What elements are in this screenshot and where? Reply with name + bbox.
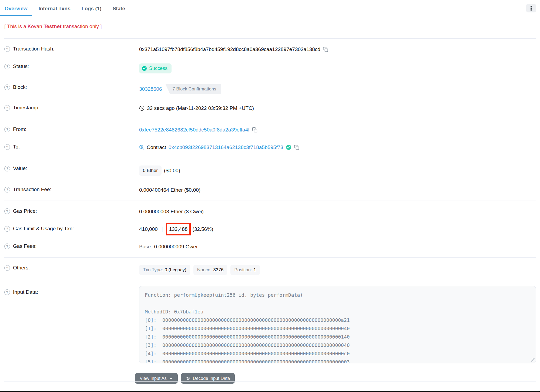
others-label: Others: — [13, 265, 30, 271]
gas-fees-base-label: Base: — [139, 244, 152, 250]
row-gas-fees: ? Gas Fees: Base: 0.000000009 Gwei — [0, 238, 540, 255]
gas-limit-usage-label: Gas Limit & Usage by Txn: — [13, 226, 74, 232]
block-label: Block: — [13, 84, 27, 90]
gas-used-value: 133,488 — [169, 226, 188, 232]
transaction-fee-value: 0.000400464 Ether ($0.00) — [139, 187, 200, 193]
section-gas: ? Gas Price: 0.000000003 Ether (3 Gwei) … — [0, 201, 540, 257]
value-label: Value: — [13, 165, 27, 171]
gas-fees-label: Gas Fees: — [13, 243, 37, 249]
row-block: ? Block: 30328606 7 Block Confirmations — [0, 79, 540, 99]
gas-price-label: Gas Price: — [13, 208, 37, 214]
txn-type-badge: Txn Type:0 (Legacy) — [139, 265, 190, 275]
row-transaction-fee: ? Transaction Fee: 0.000400464 Ether ($0… — [0, 181, 540, 199]
tab-bar: Overview Internal Txns Logs (1) State — [0, 0, 540, 16]
tab-logs[interactable]: Logs (1) — [77, 0, 106, 16]
section-from-to: ? From: 0xfee7522e8482682cf50ddc50a0f8da… — [0, 119, 540, 158]
question-icon[interactable]: ? — [4, 46, 10, 52]
vertical-ellipsis-icon — [531, 6, 532, 11]
divider — [4, 381, 536, 382]
position-badge: Position:1 — [230, 265, 260, 275]
copy-from-button[interactable] — [252, 127, 257, 133]
transaction-hash-value: 0x371a51097fb78df856f8b4a7bd459f192d8cc8… — [139, 46, 320, 52]
row-to: ? To: Contract 0x4cb093f226983713164a621… — [0, 138, 540, 156]
input-data-container: Function: performUpkeep(uint256 id, byte… — [139, 286, 536, 363]
question-icon[interactable]: ? — [4, 265, 10, 271]
block-number-link[interactable]: 30328606 — [139, 86, 162, 92]
question-icon[interactable]: ? — [4, 64, 10, 69]
notice-suffix: transaction only ] — [62, 23, 102, 29]
input-actions: View Input As Decode Input Data — [135, 373, 540, 384]
transaction-fee-label: Transaction Fee: — [13, 187, 51, 192]
value-badge: 0 Ether — [139, 165, 162, 176]
copy-icon — [323, 47, 328, 52]
input-data-label: Input Data: — [13, 289, 38, 295]
gas-limit-value: 410,000 — [139, 226, 158, 232]
zoom-in-icon[interactable] — [139, 145, 144, 150]
row-others: ? Others: Txn Type:0 (Legacy) Nonce:3376… — [0, 259, 540, 281]
value-usd: ($0.00) — [164, 168, 180, 174]
question-icon[interactable]: ? — [4, 166, 10, 171]
row-gas-limit-usage: ? Gas Limit & Usage by Txn: 410,000 | 13… — [0, 220, 540, 238]
check-circle-icon — [286, 144, 291, 150]
nonce-badge: Nonce:3376 — [193, 265, 227, 275]
timestamp-label: Timestamp: — [13, 105, 40, 111]
annotation-highlight-box: 133,488 — [166, 223, 191, 235]
tab-internal-txns[interactable]: Internal Txns — [34, 0, 75, 16]
chevron-down-icon — [169, 377, 173, 380]
view-input-as-button[interactable]: View Input As — [135, 373, 178, 384]
row-status: ? Status: Success — [0, 58, 540, 79]
row-timestamp: ? Timestamp: 33 secs ago (Mar-11-2022 03… — [0, 99, 540, 117]
status-badge: Success — [139, 63, 172, 73]
to-label: To: — [13, 144, 20, 150]
to-address-link[interactable]: 0x4cb093f226983713164a62138c3f718a5b595f… — [169, 144, 283, 150]
gas-fees-base-value: 0.000000009 Gwei — [154, 244, 197, 250]
question-icon[interactable]: ? — [4, 105, 10, 111]
question-icon[interactable]: ? — [4, 144, 10, 150]
row-input-data: ? Input Data: Function: performUpkeep(ui… — [0, 281, 540, 369]
row-from: ? From: 0xfee7522e8482682cf50ddc50a0f8da… — [0, 121, 540, 138]
transaction-detail-page: Overview Internal Txns Logs (1) State [ … — [0, 0, 540, 392]
section-value-fee: ? Value: 0 Ether ($0.00) ? Transaction F… — [0, 158, 540, 201]
row-value: ? Value: 0 Ether ($0.00) — [0, 160, 540, 181]
section-hash-status-block-time: ? Transaction Hash: 0x371a51097fb78df856… — [0, 39, 540, 119]
decode-input-data-button[interactable]: Decode Input Data — [181, 373, 235, 384]
question-icon[interactable]: ? — [4, 244, 10, 249]
notice-prefix: [ This is a Kovan — [4, 23, 43, 29]
block-confirmations-badge: 7 Block Confirmations — [166, 84, 221, 94]
section-others-input: ? Others: Txn Type:0 (Legacy) Nonce:3376… — [0, 258, 540, 387]
copy-to-button[interactable] — [294, 145, 299, 150]
row-gas-price: ? Gas Price: 0.000000003 Ether (3 Gwei) — [0, 203, 540, 220]
testnet-notice: [ This is a Kovan Testnet transaction on… — [0, 16, 540, 38]
notice-bold: Testnet — [43, 23, 61, 29]
input-data-box[interactable]: Function: performUpkeep(uint256 id, byte… — [139, 286, 536, 363]
tab-overview[interactable]: Overview — [0, 0, 32, 16]
check-circle-icon — [142, 66, 147, 71]
gas-price-value: 0.000000003 Ether (3 Gwei) — [139, 209, 204, 215]
row-transaction-hash: ? Transaction Hash: 0x371a51097fb78df856… — [0, 40, 540, 58]
clock-icon — [139, 106, 145, 111]
from-label: From: — [13, 126, 26, 132]
transaction-hash-label: Transaction Hash: — [13, 46, 54, 52]
copy-icon — [294, 145, 299, 150]
question-icon[interactable]: ? — [4, 187, 10, 192]
more-options-button[interactable] — [526, 4, 536, 12]
copy-hash-button[interactable] — [323, 47, 328, 52]
question-icon[interactable]: ? — [4, 208, 10, 214]
status-label: Status: — [13, 63, 29, 69]
copy-icon — [252, 127, 257, 133]
question-icon[interactable]: ? — [4, 85, 10, 90]
question-icon[interactable]: ? — [4, 289, 10, 295]
from-address-link[interactable]: 0xfee7522e8482682cf50ddc50a0f8da2a39effa… — [139, 127, 250, 133]
question-icon[interactable]: ? — [4, 127, 10, 132]
bottom-bar — [0, 391, 540, 392]
tab-state[interactable]: State — [108, 0, 130, 16]
gas-used-percent: (32.56%) — [192, 226, 213, 232]
decode-icon — [186, 376, 190, 381]
to-kind: Contract — [147, 144, 166, 150]
gas-separator: | — [160, 226, 164, 232]
timestamp-value: 33 secs ago (Mar-11-2022 03:59:32 PM +UT… — [147, 105, 254, 111]
question-icon[interactable]: ? — [4, 226, 10, 232]
